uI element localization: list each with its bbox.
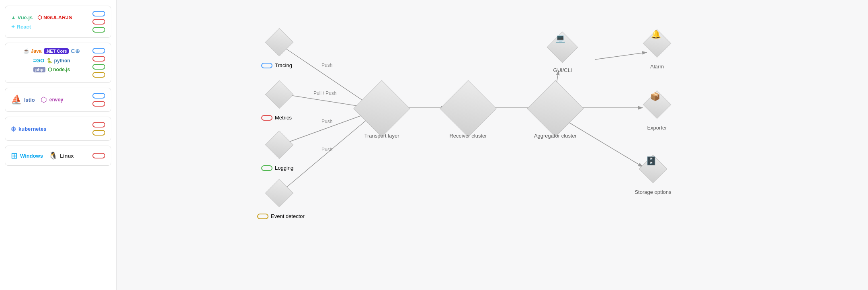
toggle-os[interactable]	[92, 153, 105, 158]
frontend-logos: ▲ Vue.js ⬡ NGULARJS ✦ React	[11, 14, 89, 30]
windows-icon: ⊞	[11, 151, 18, 160]
main-diagram: Tracing Metrics Logging Event detector	[117, 0, 868, 290]
envoy-logo: envoy	[49, 97, 63, 103]
exporter-label: Exporter	[643, 125, 671, 131]
receiver-cluster-label: Receiver cluster	[442, 133, 494, 139]
java-logo: ☕ Java	[23, 48, 41, 54]
metrics-label: Metrics	[261, 115, 292, 121]
metrics-badge	[261, 115, 272, 121]
linux-logo: Linux	[60, 153, 74, 159]
svg-line-2	[285, 48, 374, 108]
php-logo: php	[33, 67, 45, 72]
exporter-node: 📦 Exporter	[643, 93, 671, 121]
toggle-envoy[interactable]	[92, 101, 105, 107]
tracing-label: Tracing	[261, 62, 292, 68]
storage-label: Storage options	[633, 189, 673, 195]
istio-icon: ⛵	[11, 95, 22, 105]
gui-cli-node: 💻 GUI/CLI	[547, 34, 579, 64]
kubernetes-logo: kubernetes	[18, 126, 46, 132]
toggle-vuejs[interactable]	[92, 11, 105, 16]
cpp-logo: C⊕	[71, 48, 80, 54]
python-logo: 🐍 python	[47, 58, 70, 64]
servicemesh-logos: ⛵ Istio ⬡ envoy	[11, 95, 89, 105]
vuejs-logo: ▲ Vue.js	[11, 14, 33, 21]
push-label-4: Push	[321, 147, 332, 152]
os-logos: ⊞ Windows 🐧 Linux	[11, 151, 89, 160]
transport-layer-label: Transport layer	[354, 133, 410, 139]
event-detector-node: Event detector	[265, 181, 293, 209]
storage-node: 🗄️ Storage options	[639, 157, 667, 185]
svg-line-9	[595, 52, 647, 60]
tracing-node: Tracing	[265, 30, 293, 58]
toggle-istio[interactable]	[92, 93, 105, 99]
metrics-node: Metrics	[265, 82, 293, 111]
logging-badge	[261, 165, 272, 171]
sidebar-group-os: ⊞ Windows 🐧 Linux	[5, 146, 111, 166]
push-label-3: Push	[321, 119, 332, 124]
receiver-cluster-node: Receiver cluster	[448, 88, 488, 129]
frontend-toggles[interactable]	[92, 11, 105, 33]
tracing-badge	[261, 63, 272, 68]
logging-label: Logging	[261, 165, 293, 171]
toggle-backend-1[interactable]	[92, 48, 105, 53]
nodejs-logo: ⬡ node.js	[48, 67, 70, 72]
backend-toggles[interactable]	[92, 48, 105, 78]
pull-push-label: Pull / Push	[313, 90, 336, 96]
windows-logo: Windows	[20, 153, 43, 159]
kubernetes-toggles[interactable]	[92, 122, 105, 136]
toggle-backend-2[interactable]	[92, 56, 105, 62]
backend-logos: ☕ Java .NET Core C⊕ =GO 🐍 python php ⬡ n…	[11, 48, 92, 72]
diagram-connections	[117, 0, 868, 290]
toggle-backend-4[interactable]	[92, 72, 105, 78]
sidebar-group-kubernetes: ⎈ kubernetes	[5, 117, 111, 141]
os-toggles[interactable]	[92, 153, 105, 158]
toggle-react[interactable]	[92, 27, 105, 33]
event-detector-label: Event detector	[257, 213, 305, 219]
kubernetes-logos: ⎈ kubernetes	[11, 123, 89, 134]
servicemesh-toggles[interactable]	[92, 93, 105, 107]
sidebar-group-backend: ☕ Java .NET Core C⊕ =GO 🐍 python php ⬡ n…	[5, 43, 111, 83]
push-label-1: Push	[321, 62, 332, 68]
angularjs-logo: ⬡ NGULARJS	[37, 14, 72, 21]
aggregator-cluster-node: Aggregator cluster	[535, 88, 575, 129]
event-detector-badge	[257, 214, 268, 219]
istio-logo: Istio	[24, 97, 35, 103]
react-logo: ✦ React	[11, 24, 31, 30]
linux-icon: 🐧	[49, 151, 57, 160]
alarm-label: Alarm	[645, 64, 669, 70]
toggle-backend-3[interactable]	[92, 64, 105, 70]
gui-cli-label: GUI/CLI	[549, 67, 577, 73]
go-logo: =GO	[33, 58, 44, 64]
sidebar-group-servicemesh: ⛵ Istio ⬡ envoy	[5, 88, 111, 112]
dotnet-logo: .NET Core	[44, 48, 68, 54]
transport-layer-node: Transport layer	[362, 88, 402, 129]
alarm-node: 🔔 Alarm	[643, 31, 671, 60]
logging-node: Logging	[265, 133, 293, 161]
kubernetes-icon: ⎈	[11, 123, 16, 134]
sidebar-group-frontend: ▲ Vue.js ⬡ NGULARJS ✦ React	[5, 6, 111, 38]
toggle-k8s-1[interactable]	[92, 122, 105, 128]
aggregator-cluster-label: Aggregator cluster	[525, 133, 585, 139]
toggle-k8s-2[interactable]	[92, 130, 105, 136]
envoy-icon: ⬡	[41, 95, 47, 104]
toggle-angularjs[interactable]	[92, 19, 105, 25]
sidebar: ▲ Vue.js ⬡ NGULARJS ✦ React ☕ Java .NET …	[0, 0, 117, 290]
